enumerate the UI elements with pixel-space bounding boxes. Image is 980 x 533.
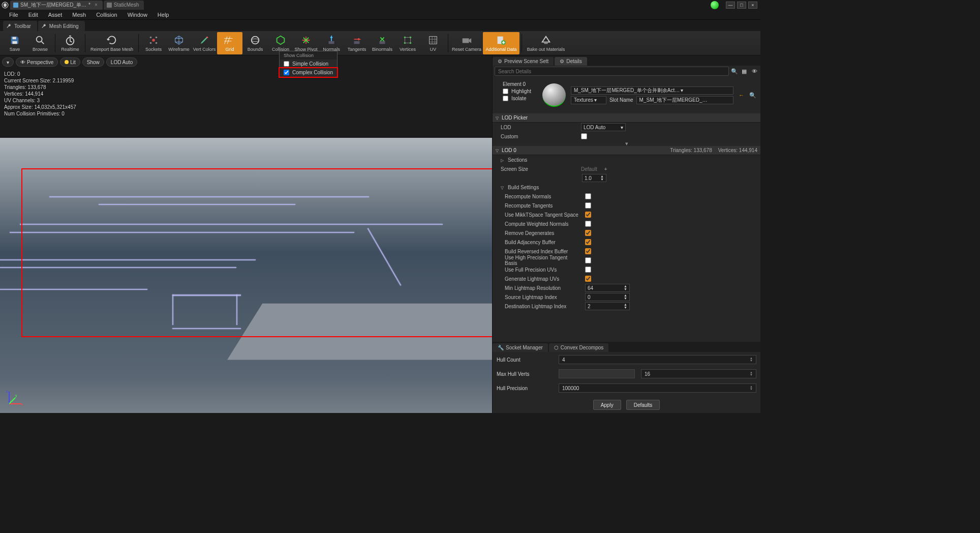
mesh-editing-tab[interactable]: Mesh Editing xyxy=(38,21,85,31)
vertices-button[interactable]: Vertices xyxy=(395,32,420,54)
menu-window[interactable]: Window xyxy=(124,11,151,19)
search-input[interactable] xyxy=(495,67,729,76)
complex-collision-option[interactable]: Complex Collision xyxy=(279,67,338,78)
vertcolors-button[interactable]: Vert Colors xyxy=(192,32,217,54)
socket-manager-tab[interactable]: 🔧 Socket Manager xyxy=(493,343,548,352)
wrench-icon xyxy=(6,23,12,29)
slot-name-field[interactable]: M_SM_地下一层MERGED_单个合并剩 xyxy=(636,96,733,104)
filter-icon[interactable]: ▦ xyxy=(740,67,748,75)
axis-gizmo-icon: x z y xyxy=(4,389,24,409)
reimport-button[interactable]: Reimport Base Mesh xyxy=(87,32,136,54)
svg-point-12 xyxy=(252,39,259,42)
tab-label: Toolbar xyxy=(14,23,31,29)
maximize-button[interactable]: □ xyxy=(737,2,746,9)
remove-degenerates-checkbox[interactable] xyxy=(585,230,591,236)
apply-button[interactable]: Apply xyxy=(593,400,621,410)
isolate-checkbox[interactable]: Isolate xyxy=(503,96,531,101)
save-button[interactable]: Save xyxy=(2,32,27,54)
menu-edit[interactable]: Edit xyxy=(24,11,42,19)
resetcamera-button[interactable]: Reset Camera xyxy=(450,32,483,54)
viewport-3d[interactable]: ▾ 👁 Perspective Lit Show LOD Auto LOD: 0… xyxy=(0,55,492,413)
toolbar-tab[interactable]: Toolbar xyxy=(3,21,37,31)
menu-collision[interactable]: Collision xyxy=(92,11,121,19)
source-control-icon[interactable] xyxy=(711,1,719,9)
perspective-dropdown[interactable]: 👁 Perspective xyxy=(16,57,58,67)
max-hull-slider[interactable] xyxy=(559,369,635,378)
sockets-button[interactable]: Sockets xyxy=(141,32,166,54)
preview-scene-tab[interactable]: ⚙ Preview Scene Sett xyxy=(493,57,554,66)
tab-label: SM_地下一层MERGED_单… xyxy=(20,2,86,9)
add-icon[interactable]: + xyxy=(604,166,607,172)
binormals-button[interactable]: Binormals xyxy=(370,32,395,54)
asset-tab-staticmesh[interactable]: StaticMesh xyxy=(104,1,144,10)
search-icon[interactable]: 🔍 xyxy=(731,68,738,75)
find-asset-icon[interactable]: 🔍 xyxy=(749,92,756,99)
eye-icon[interactable]: 👁 xyxy=(750,67,758,75)
close-icon[interactable]: × xyxy=(95,2,98,8)
tab-label: Convex Decompos xyxy=(561,345,603,350)
browse-button[interactable]: Browse xyxy=(27,32,53,54)
menu-asset[interactable]: Asset xyxy=(44,11,67,19)
tool-label: Bounds xyxy=(248,47,263,52)
svg-rect-13 xyxy=(329,41,334,44)
tangents-button[interactable]: Tangents xyxy=(344,32,370,54)
min-lightmap-input[interactable]: 64▲▼ xyxy=(585,284,630,292)
asset-tab-sm-merged[interactable]: SM_地下一层MERGED_单… * × xyxy=(10,1,103,10)
tool-label: Additional Data xyxy=(485,47,516,52)
gen-lightmap-checkbox[interactable] xyxy=(585,276,591,282)
custom-checkbox[interactable] xyxy=(581,133,587,139)
viewport-options-dropdown[interactable]: ▾ xyxy=(2,57,14,67)
reversed-index-checkbox[interactable] xyxy=(585,248,591,254)
mikktspace-checkbox[interactable] xyxy=(585,212,591,218)
wireframe-button[interactable]: Wireframe xyxy=(166,32,192,54)
recompute-tangents-checkbox[interactable] xyxy=(585,202,591,209)
hull-count-input[interactable]: 4▲▼ xyxy=(559,355,756,364)
minimize-button[interactable]: — xyxy=(726,2,735,9)
adjacency-checkbox[interactable] xyxy=(585,239,591,245)
svg-rect-15 xyxy=(380,41,385,44)
default-label: Default xyxy=(581,166,597,172)
menu-mesh[interactable]: Mesh xyxy=(68,11,90,19)
weighted-normals-checkbox[interactable] xyxy=(585,221,591,227)
bounds-button[interactable]: Bounds xyxy=(242,32,268,54)
simple-collision-checkbox[interactable] xyxy=(284,61,289,67)
grid-toggle[interactable]: Grid xyxy=(217,32,242,54)
screensize-input[interactable]: 1.0▲▼ xyxy=(582,174,606,182)
src-lightmap-input[interactable]: 0▲▼ xyxy=(585,293,630,301)
uv-button[interactable]: UV xyxy=(420,32,446,54)
section-lod0[interactable]: LOD 0 Triangles: 133,678 Vertices: 144,9… xyxy=(493,146,760,155)
menu-help[interactable]: Help xyxy=(154,11,173,19)
show-dropdown[interactable]: Show xyxy=(82,57,104,67)
lod-combobox[interactable]: LOD Auto▾ xyxy=(581,123,626,131)
material-thumbnail[interactable] xyxy=(542,83,566,107)
realtime-button[interactable]: Realtime xyxy=(57,32,83,54)
menu-file[interactable]: File xyxy=(5,11,22,19)
close-button[interactable]: × xyxy=(748,2,757,9)
details-tab[interactable]: ⚙ Details xyxy=(555,57,587,66)
additionaldata-toggle[interactable]: Additional Data xyxy=(483,32,519,54)
fp-uv-checkbox[interactable] xyxy=(585,266,591,273)
dst-lightmap-input[interactable]: 2▲▼ xyxy=(585,302,630,310)
camera-icon xyxy=(461,35,472,46)
hp-tangent-checkbox[interactable] xyxy=(585,257,591,263)
recompute-normals-checkbox[interactable] xyxy=(585,193,591,199)
hull-precision-input[interactable]: 100000▲▼ xyxy=(559,383,756,393)
section-lodpicker[interactable]: LOD Picker xyxy=(493,113,760,123)
sections-row[interactable]: Sections xyxy=(493,155,760,164)
defaults-button[interactable]: Defaults xyxy=(626,400,660,410)
bakeout-button[interactable]: Bake out Materials xyxy=(524,32,568,54)
details-scroll[interactable]: Element 0 Highlight Isolate M_SM_地下一层MER… xyxy=(493,77,760,342)
tool-label: Grid xyxy=(225,47,234,52)
lit-dropdown[interactable]: Lit xyxy=(60,57,80,67)
browse-asset-icon[interactable]: ← xyxy=(739,92,744,98)
material-picker[interactable]: M_SM_地下一层MERGED_单个合并剩余Actor烘焙单材… ▾ xyxy=(571,86,733,95)
convex-decompos-tab[interactable]: ⬡ Convex Decompos xyxy=(549,343,608,352)
max-hull-verts-input[interactable]: 16▲▼ xyxy=(641,369,756,378)
buildsettings-header[interactable]: Build Settings xyxy=(493,183,760,192)
textures-button[interactable]: Textures ▾ xyxy=(571,96,606,104)
expand-lodpicker[interactable]: ▾ xyxy=(493,141,760,146)
lod-dropdown[interactable]: LOD Auto xyxy=(106,57,137,67)
complex-collision-checkbox[interactable] xyxy=(284,70,289,75)
highlight-checkbox[interactable]: Highlight xyxy=(503,88,531,94)
section-title: LOD 0 xyxy=(502,147,516,153)
